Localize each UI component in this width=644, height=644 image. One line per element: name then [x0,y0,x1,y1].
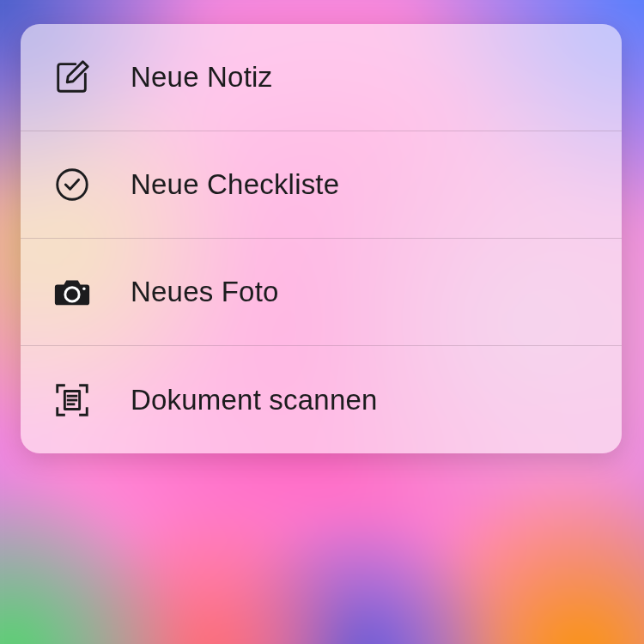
menu-item-label: Dokument scannen [131,384,378,416]
menu-item-new-note[interactable]: Neue Notiz [21,24,622,131]
checkmark-circle-icon [50,162,94,207]
svg-point-2 [82,287,85,289]
svg-point-0 [58,170,88,200]
scan-document-icon [50,378,94,422]
camera-icon [50,270,94,314]
menu-item-new-photo[interactable]: Neues Foto [21,239,622,346]
menu-item-label: Neues Foto [131,276,279,308]
compose-icon [50,55,94,100]
menu-item-scan-document[interactable]: Dokument scannen [21,346,622,453]
menu-item-new-checklist[interactable]: Neue Checkliste [21,131,622,239]
menu-item-label: Neue Notiz [131,61,272,94]
quick-actions-menu: Neue Notiz Neue Checkliste Neues Foto [21,24,622,453]
menu-item-label: Neue Checkliste [131,168,339,201]
